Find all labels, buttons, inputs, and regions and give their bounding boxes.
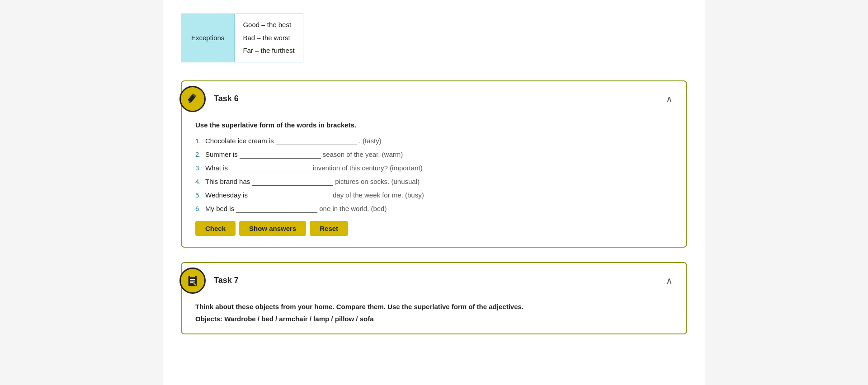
item-2-num: 2.	[195, 150, 203, 158]
exceptions-table: Exceptions Good – the best Bad – the wor…	[181, 14, 303, 62]
svg-rect-4	[190, 274, 195, 277]
task7-objects-label: Objects:	[195, 315, 222, 323]
item-3-after: invention of this century? (important)	[313, 164, 423, 172]
task7-block: Task 7 ∧ Think about these objects from …	[181, 262, 687, 334]
task6-title: Task 6	[214, 94, 666, 103]
svg-rect-0	[188, 93, 196, 102]
item-1-after: . (tasty)	[359, 137, 382, 145]
svg-rect-5	[190, 279, 195, 280]
item-2-before: Summer is	[205, 150, 238, 158]
exception-row-1: Good – the best	[243, 19, 294, 32]
task6-chevron: ∧	[666, 94, 673, 104]
task7-chevron: ∧	[666, 275, 673, 286]
item-4-after: pictures on socks. (unusual)	[335, 178, 420, 185]
svg-rect-6	[190, 281, 195, 282]
item-6-input[interactable]	[236, 205, 317, 213]
task6-btn-row: Check Show answers Reset	[195, 221, 673, 236]
item-5-input[interactable]	[250, 191, 331, 199]
item-3-input[interactable]	[230, 164, 311, 172]
pencil-icon	[186, 92, 199, 106]
item-2-after: season of the year. (warm)	[323, 150, 403, 158]
task7-body: Think about these objects from your home…	[182, 298, 686, 333]
task7-header[interactable]: Task 7 ∧	[182, 263, 686, 298]
svg-rect-7	[190, 282, 193, 283]
exercise-item-6: 6. My bed is one in the world. (bed)	[195, 205, 673, 213]
task7-objects-row: Objects: Wardrobe / bed / armchair / lam…	[195, 315, 673, 323]
item-1-input[interactable]	[276, 137, 357, 145]
item-1-before: Chocolate ice cream is	[205, 137, 274, 145]
show-answers-button[interactable]: Show answers	[239, 221, 306, 236]
clipboard-icon	[186, 274, 199, 287]
item-6-before: My bed is	[205, 205, 234, 212]
task6-header[interactable]: Task 6 ∧	[182, 81, 686, 117]
exceptions-label: Exceptions	[181, 14, 235, 62]
reset-button[interactable]: Reset	[310, 221, 348, 236]
item-4-before: This brand has	[205, 178, 250, 185]
item-6-num: 6.	[195, 205, 203, 212]
item-5-after: day of the week for me. (busy)	[333, 191, 424, 199]
task6-instruction: Use the superlative form of the words in…	[195, 121, 673, 129]
item-4-input[interactable]	[252, 178, 333, 186]
exercise-item-3: 3. What is invention of this century? (i…	[195, 164, 673, 172]
task7-icon-circle	[179, 268, 206, 294]
page-wrapper: Exceptions Good – the best Bad – the wor…	[163, 0, 705, 385]
exception-row-2: Bad – the worst	[243, 32, 294, 45]
task6-body: Use the superlative form of the words in…	[182, 117, 686, 247]
item-6-after: one in the world. (bed)	[319, 205, 387, 212]
task7-objects-list: Wardrobe / bed / armchair / lamp / pillo…	[224, 315, 373, 323]
item-3-num: 3.	[195, 164, 203, 172]
exceptions-content: Good – the best Bad – the worst Far – th…	[235, 14, 302, 62]
item-4-num: 4.	[195, 178, 203, 185]
exercise-item-4: 4. This brand has pictures on socks. (un…	[195, 178, 673, 186]
task6-icon-circle	[179, 86, 206, 112]
task6-block: Task 6 ∧ Use the superlative form of the…	[181, 80, 687, 248]
item-1-num: 1.	[195, 137, 203, 145]
item-5-num: 5.	[195, 191, 203, 199]
task7-instruction: Think about these objects from your home…	[195, 303, 673, 310]
item-2-input[interactable]	[240, 150, 321, 159]
exercise-item-2: 2. Summer is season of the year. (warm)	[195, 150, 673, 159]
exercise-item-1: 1. Chocolate ice cream is . (tasty)	[195, 137, 673, 145]
item-5-before: Wednesday is	[205, 191, 248, 199]
check-button[interactable]: Check	[195, 221, 236, 236]
task7-title: Task 7	[214, 276, 666, 285]
exercise-item-5: 5. Wednesday is day of the week for me. …	[195, 191, 673, 199]
exception-row-3: Far – the furthest	[243, 44, 294, 57]
item-3-before: What is	[205, 164, 228, 172]
